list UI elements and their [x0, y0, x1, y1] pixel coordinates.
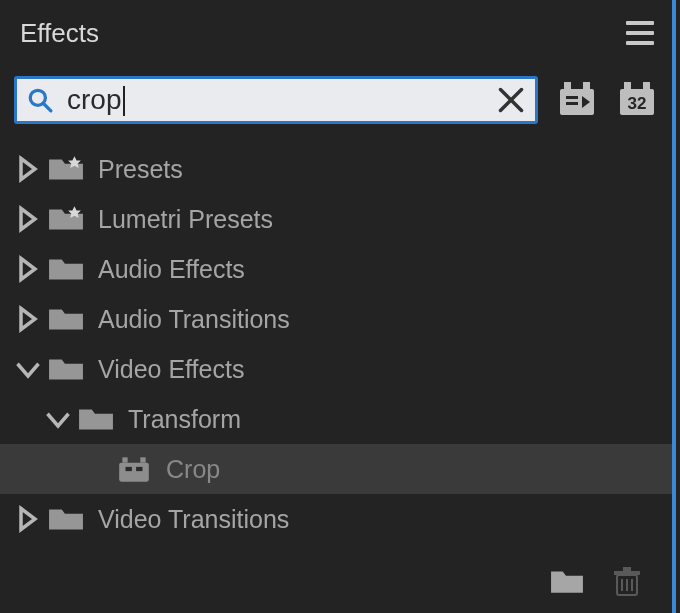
tree-item-video-effects[interactable]: Video Effects [0, 344, 672, 394]
tree-item-presets[interactable]: Presets [0, 144, 672, 194]
preset-folder-icon [48, 154, 84, 184]
tree-item-label: Audio Transitions [98, 305, 290, 334]
tree-item-video-transitions[interactable]: Video Transitions [0, 494, 672, 544]
tree-item-label: Presets [98, 155, 183, 184]
clear-search-button[interactable] [497, 86, 525, 114]
delete-button [610, 567, 644, 601]
tree-item-transform[interactable]: Transform [0, 394, 672, 444]
tree-item-label: Audio Effects [98, 255, 245, 284]
effects-panel: Effects crop Presets Lumetri Presets [0, 0, 676, 613]
tree-item-audio-transitions[interactable]: Audio Transitions [0, 294, 672, 344]
chevron-down-icon[interactable] [44, 405, 72, 433]
chevron-right-icon[interactable] [14, 305, 42, 333]
panel-menu-button[interactable] [626, 21, 654, 45]
folder-icon [78, 404, 114, 434]
tree-item-lumetri-presets[interactable]: Lumetri Presets [0, 194, 672, 244]
tree-item-label: Transform [128, 405, 241, 434]
chevron-right-icon[interactable] [14, 505, 42, 533]
chevron-right-icon[interactable] [14, 205, 42, 233]
tree-item-label: Crop [166, 455, 220, 484]
search-text: crop [67, 84, 497, 117]
folder-icon [48, 254, 84, 284]
new-bin-button[interactable] [550, 567, 584, 601]
twisty-spacer [82, 455, 110, 483]
chevron-down-icon[interactable] [14, 355, 42, 383]
panel-footer [550, 567, 644, 601]
tree-item-crop[interactable]: Crop [0, 444, 672, 494]
chevron-right-icon[interactable] [14, 155, 42, 183]
chevron-right-icon[interactable] [14, 255, 42, 283]
effects-tree: Presets Lumetri Presets Audio Effects Au… [0, 144, 672, 544]
preset-32-button[interactable] [616, 79, 658, 121]
search-row: crop [0, 72, 672, 128]
tree-item-label: Lumetri Presets [98, 205, 273, 234]
panel-title: Effects [20, 18, 99, 49]
tree-item-label: Video Transitions [98, 505, 289, 534]
folder-icon [48, 304, 84, 334]
panel-header: Effects [0, 0, 672, 66]
folder-icon [48, 504, 84, 534]
search-icon [27, 87, 53, 113]
new-preset-bin-button[interactable] [556, 79, 598, 121]
tree-item-audio-effects[interactable]: Audio Effects [0, 244, 672, 294]
search-input[interactable]: crop [14, 76, 538, 124]
effect-icon [116, 454, 152, 484]
folder-icon [48, 354, 84, 384]
preset-folder-icon [48, 204, 84, 234]
tree-item-label: Video Effects [98, 355, 244, 384]
